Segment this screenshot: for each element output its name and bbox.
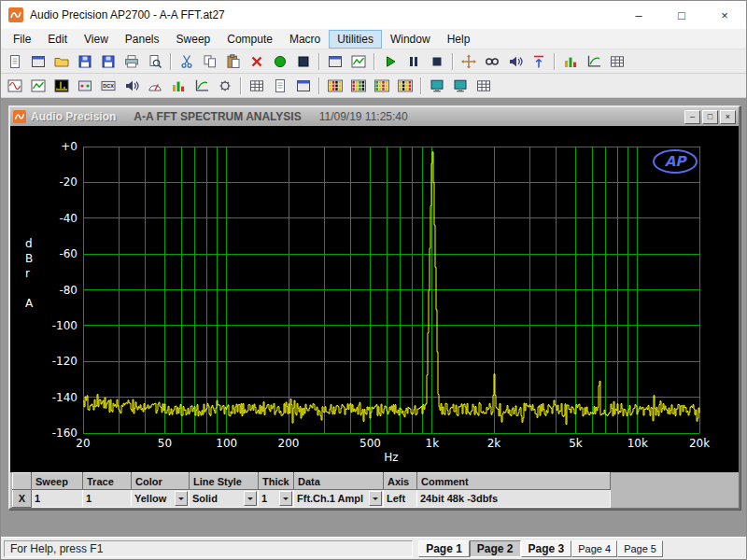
minimize-button[interactable]: – [617, 1, 660, 29]
menu-panels[interactable]: Panels [117, 30, 168, 49]
pan-tool-button[interactable] [458, 51, 480, 72]
paste-icon [225, 54, 242, 69]
thick-dropdown-button[interactable] [279, 491, 292, 506]
workspace-monitor-2-button[interactable] [449, 76, 472, 96]
page-4-tab[interactable]: Page 4 [571, 540, 617, 557]
regulation-panel-button[interactable] [292, 76, 315, 96]
menu-utilities[interactable]: Utilities [329, 30, 382, 49]
cell-line-style[interactable]: Solid [190, 490, 259, 508]
print-preview-button[interactable] [144, 51, 166, 72]
svg-text:5k: 5k [569, 437, 583, 450]
paste-button[interactable] [222, 51, 245, 72]
delete-button[interactable] [246, 51, 268, 72]
menu-window[interactable]: Window [382, 30, 439, 49]
menu-help[interactable]: Help [439, 30, 479, 49]
menu-edit[interactable]: Edit [39, 30, 76, 49]
bar-graph-panel-button[interactable] [167, 76, 190, 96]
toolbar-separator [318, 53, 320, 70]
cell-data[interactable]: Fft.Ch.1 Ampl [294, 490, 384, 508]
page-3-tab[interactable]: Page 3 [521, 540, 572, 557]
regulation-button[interactable] [528, 51, 550, 72]
analog-generator-panel-button[interactable] [4, 76, 26, 96]
settings-panel-button[interactable] [214, 76, 236, 96]
menu-view[interactable]: View [76, 30, 117, 49]
panel-icon [295, 78, 312, 93]
col-trace: Trace [83, 473, 132, 490]
workspace-monitor-1-button[interactable] [426, 76, 448, 96]
maximize-button[interactable]: □ [702, 110, 718, 124]
run-macro-button[interactable] [269, 51, 291, 72]
fft-chart-area[interactable]: +0-20-40-60-80-100-120-140-1602050100200… [10, 126, 739, 472]
cell-color[interactable]: Yellow [132, 490, 190, 508]
show-panels-button[interactable] [324, 51, 346, 72]
menu-file[interactable]: File [5, 30, 39, 49]
monitor-audio-button[interactable] [504, 51, 527, 72]
dcx-panel-button[interactable]: DCX [97, 76, 120, 96]
maximize-button[interactable]: □ [660, 1, 703, 29]
menu-macro[interactable]: Macro [281, 30, 329, 49]
cell-trace-value: 1 [86, 493, 92, 504]
tablegrid-icon [248, 78, 265, 93]
speaker-monitor-panel-button[interactable] [120, 76, 143, 96]
show-graph-button[interactable] [347, 51, 370, 72]
save-test-button[interactable] [74, 51, 96, 72]
data-grid-button[interactable] [606, 51, 628, 72]
print-button[interactable] [120, 51, 143, 72]
sweep-graph-button[interactable] [583, 51, 605, 72]
graph-icon [350, 54, 367, 69]
cut-button[interactable] [176, 51, 198, 72]
fft-plot[interactable]: +0-20-40-60-80-100-120-140-1602050100200… [10, 126, 739, 472]
page-setup-4-button[interactable] [394, 76, 416, 96]
digital-analyzer-panel-button[interactable] [50, 76, 73, 96]
page-5-tab[interactable]: Page 5 [617, 540, 663, 557]
page-setup-2-button[interactable] [347, 76, 370, 96]
app-logo-icon[interactable] [8, 7, 23, 22]
gauge-icon [147, 78, 163, 93]
mdi-workspace: Audio Precision A-A FFT SPECTRUM ANALYSI… [1, 98, 746, 537]
pause-icon [405, 54, 422, 69]
find-tool-button[interactable] [481, 51, 503, 72]
pause-sweep-button[interactable] [402, 51, 425, 72]
digital-io-panel-button[interactable] [74, 76, 96, 96]
page-1-tab[interactable]: Page 1 [418, 540, 470, 557]
workspace-grid-button[interactable] [472, 76, 495, 96]
meter-bars-button[interactable] [559, 51, 582, 72]
copy-button[interactable] [199, 51, 221, 72]
line-style-dropdown-button[interactable] [244, 491, 257, 506]
sweep-panel-button[interactable] [190, 76, 213, 96]
status-text: For Help, press F1 [10, 542, 103, 555]
sine-icon [7, 78, 23, 93]
stop-sweep-button[interactable] [426, 51, 448, 72]
cell-selector[interactable]: X [13, 490, 32, 508]
save-data-button[interactable] [97, 51, 120, 72]
sweepax-icon [193, 78, 210, 93]
find-icon [484, 54, 500, 69]
panel-logo-icon[interactable] [13, 110, 26, 123]
macro-editor-button[interactable] [269, 76, 291, 96]
printer-icon [123, 54, 140, 69]
open-test-button[interactable] [50, 51, 73, 72]
start-sweep-button[interactable] [379, 51, 402, 72]
level-meter-panel-button[interactable] [144, 76, 166, 96]
panel-timestamp: 11/09/19 11:25:40 [319, 110, 408, 123]
fft-window-titlebar[interactable]: Audio Precision A-A FFT SPECTRUM ANALYSI… [10, 107, 739, 126]
data-editor-button[interactable] [246, 76, 268, 96]
page-2-tab[interactable]: Page 2 [470, 540, 521, 557]
menu-sweep[interactable]: Sweep [168, 30, 219, 49]
color-dropdown-button[interactable] [175, 491, 188, 506]
stop-macro-button[interactable] [292, 51, 315, 72]
cell-thick[interactable]: 1 [259, 490, 294, 508]
analog-analyzer-panel-button[interactable] [27, 76, 49, 96]
title-bar[interactable]: Audio Precision AP2700 - A-A FFT.at27 –□… [1, 1, 746, 29]
page-setup-3-button[interactable] [371, 76, 393, 96]
minimize-button[interactable]: – [684, 110, 700, 124]
new-test-button[interactable] [4, 51, 26, 72]
open-panel-button[interactable] [27, 51, 49, 72]
col-line-style: Line Style [190, 473, 259, 490]
close-button[interactable]: × [703, 1, 746, 29]
page-setup-1-button[interactable] [324, 76, 346, 96]
cell-thick-value: 1 [261, 493, 267, 504]
data-dropdown-button[interactable] [369, 491, 382, 506]
menu-compute[interactable]: Compute [218, 30, 281, 49]
close-button[interactable]: × [720, 110, 736, 124]
